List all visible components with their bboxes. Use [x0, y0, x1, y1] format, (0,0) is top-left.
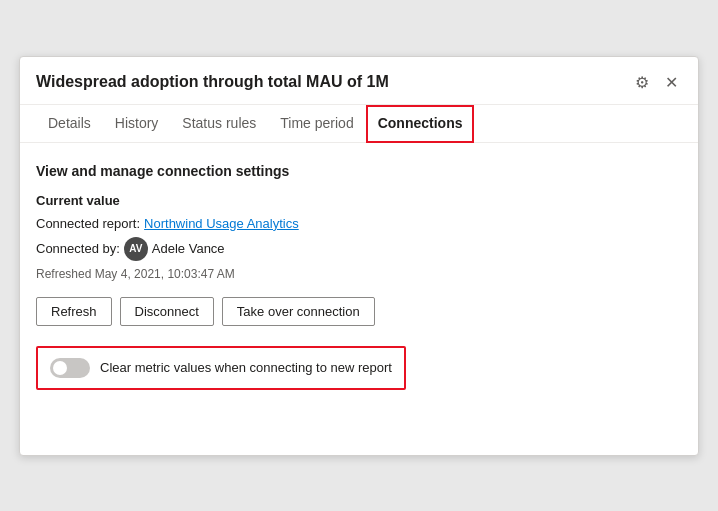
- toggle-track[interactable]: [50, 358, 90, 378]
- toggle-thumb: [53, 361, 67, 375]
- refresh-button[interactable]: Refresh: [36, 297, 112, 326]
- toggle-row: Clear metric values when connecting to n…: [36, 346, 406, 390]
- panel-body: View and manage connection settings Curr…: [20, 143, 698, 410]
- refreshed-text: Refreshed May 4, 2021, 10:03:47 AM: [36, 267, 682, 281]
- tab-history[interactable]: History: [103, 105, 171, 143]
- panel-title: Widespread adoption through total MAU of…: [36, 73, 389, 101]
- avatar: AV: [124, 237, 148, 261]
- toggle-switch[interactable]: [50, 358, 90, 378]
- connected-report-label: Connected report:: [36, 216, 140, 231]
- action-buttons: Refresh Disconnect Take over connection: [36, 297, 682, 326]
- settings-icon-button[interactable]: ⚙: [631, 71, 653, 94]
- disconnect-button[interactable]: Disconnect: [120, 297, 214, 326]
- tab-status-rules[interactable]: Status rules: [170, 105, 268, 143]
- header-icons: ⚙ ✕: [631, 71, 682, 104]
- tab-time-period[interactable]: Time period: [268, 105, 365, 143]
- subsection-title: Current value: [36, 193, 682, 208]
- panel-header: Widespread adoption through total MAU of…: [20, 57, 698, 105]
- tab-details[interactable]: Details: [36, 105, 103, 143]
- tabs-bar: Details History Status rules Time period…: [20, 105, 698, 143]
- section-title: View and manage connection settings: [36, 163, 682, 179]
- settings-icon: ⚙: [635, 73, 649, 92]
- close-icon: ✕: [665, 73, 678, 92]
- toggle-label: Clear metric values when connecting to n…: [100, 360, 392, 375]
- tab-connections[interactable]: Connections: [366, 105, 475, 143]
- close-button[interactable]: ✕: [661, 71, 682, 94]
- panel: Widespread adoption through total MAU of…: [19, 56, 699, 456]
- connected-by-row: Connected by: AV Adele Vance: [36, 237, 682, 261]
- connected-report-row: Connected report: Northwind Usage Analyt…: [36, 216, 682, 231]
- take-over-button[interactable]: Take over connection: [222, 297, 375, 326]
- connected-report-link[interactable]: Northwind Usage Analytics: [144, 216, 299, 231]
- connected-by-name: Adele Vance: [152, 241, 225, 256]
- connected-by-label: Connected by:: [36, 241, 120, 256]
